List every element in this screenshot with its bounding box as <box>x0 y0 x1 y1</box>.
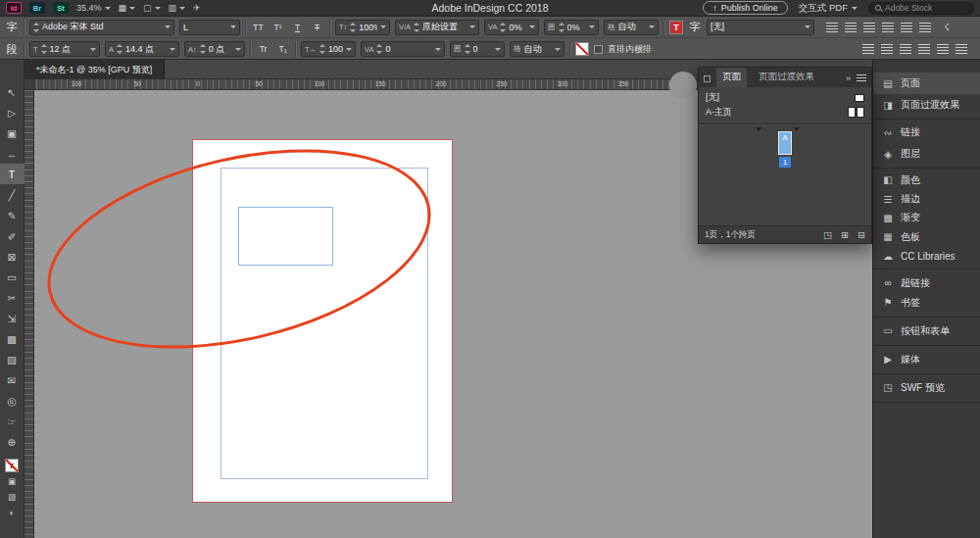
dock-item-layers[interactable]: ◈图层 <box>873 143 980 165</box>
stepper-icon[interactable] <box>200 44 206 54</box>
dock-item-links[interactable]: ∾链接 <box>873 122 980 143</box>
dock-item-buttons-forms[interactable]: ▭按钮和表单 <box>873 321 980 341</box>
indesign-app-icon[interactable]: Id <box>6 2 22 14</box>
font-style-select[interactable]: L <box>179 20 240 35</box>
align-right-icon[interactable] <box>863 23 875 32</box>
gradient-feather-tool[interactable]: ▨ <box>0 349 24 369</box>
gradient-swatch-tool[interactable]: ▩ <box>0 328 24 349</box>
stepper-icon[interactable] <box>559 23 564 32</box>
direct-selection-tool[interactable]: ▷ <box>0 102 24 122</box>
underline-button[interactable]: T <box>290 20 305 35</box>
view-options-menu[interactable]: ▦ <box>119 3 136 13</box>
subscript-button[interactable]: T₁ <box>275 41 290 57</box>
stepper-icon[interactable] <box>33 23 39 32</box>
workspace-select[interactable]: 交互式 PDF <box>799 2 858 15</box>
vertical-scale-field[interactable]: T↕ 100% <box>335 20 390 35</box>
proportional-spacing-field[interactable]: 囲 0% <box>544 20 599 35</box>
character-color-swatch[interactable]: T <box>669 21 683 34</box>
dock-item-swf-preview[interactable]: ◳SWF 预览 <box>873 378 980 398</box>
tab-page-transitions[interactable]: 页面过渡效果 <box>753 68 820 87</box>
type-tool[interactable]: T <box>0 164 24 184</box>
stepper-icon[interactable] <box>41 44 47 54</box>
align-center-icon[interactable] <box>845 23 857 32</box>
stepper-icon[interactable] <box>465 44 470 54</box>
dock-item-pages[interactable]: ▤页面 <box>873 73 980 94</box>
stock-search[interactable] <box>868 2 974 15</box>
rectangle-frame-tool[interactable]: ⊠ <box>0 246 24 267</box>
stepper-icon[interactable] <box>117 44 122 54</box>
hand-tool[interactable]: ☞ <box>0 411 24 431</box>
align-left-icon[interactable] <box>826 23 838 32</box>
left-indent-icon[interactable] <box>881 44 893 54</box>
rectangle-tool[interactable]: ▭ <box>0 267 24 287</box>
justify-center-icon[interactable] <box>901 23 912 32</box>
screen-mode-button[interactable]: ◐ <box>0 505 24 520</box>
space-before-icon[interactable] <box>918 44 930 54</box>
line-tool[interactable]: ╱ <box>0 184 24 205</box>
note-tool[interactable]: ✉ <box>0 369 24 390</box>
tab-pages[interactable]: 页面 <box>716 68 747 87</box>
page-1-thumbnail[interactable]: A <box>778 131 792 155</box>
stock-search-input[interactable] <box>885 3 967 13</box>
stepper-icon[interactable] <box>414 23 419 32</box>
dock-item-hyperlinks[interactable]: ∞超链接 <box>873 273 980 293</box>
stock-icon[interactable]: St <box>53 2 69 14</box>
dock-item-page-transitions[interactable]: ◨页面过渡效果 <box>873 94 980 116</box>
share-icon[interactable]: ✈ <box>193 3 201 13</box>
small-caps-button[interactable]: Tr <box>256 41 270 57</box>
zoom-tool[interactable]: ⊕ <box>0 431 24 452</box>
dock-item-swatches[interactable]: ▦色板 <box>873 227 980 246</box>
vertical-ruler[interactable] <box>24 90 34 538</box>
right-indent-icon[interactable] <box>900 44 911 54</box>
dock-item-media[interactable]: ▶媒体 <box>873 350 980 369</box>
stepper-icon[interactable] <box>319 44 325 54</box>
drop-cap-icon[interactable] <box>956 44 967 54</box>
stepper-icon[interactable] <box>500 23 506 32</box>
edit-page-size-icon[interactable]: ◳ <box>823 229 832 240</box>
formatting-affects-text-button[interactable]: ▨ <box>0 489 24 505</box>
page-1-number-badge[interactable]: 1 <box>779 157 791 168</box>
grid-amount2-field[interactable]: 格 自动 <box>510 41 564 57</box>
character-style-select[interactable]: [无] <box>707 20 814 35</box>
grid-amount-field[interactable]: 格 自动 <box>604 20 659 35</box>
panel-menu-icon[interactable] <box>857 74 866 82</box>
ruler-origin-corner[interactable] <box>24 79 34 90</box>
delete-page-icon[interactable]: ⊟ <box>858 229 865 240</box>
selection-tool[interactable]: ↖ <box>0 81 24 102</box>
first-line-indent-icon[interactable] <box>862 44 874 54</box>
gap-tool[interactable]: ↔ <box>0 143 24 164</box>
superscript-button[interactable]: T¹ <box>270 20 285 35</box>
gpu-performance-icon[interactable]: ☇ <box>944 22 950 32</box>
pencil-tool[interactable]: ✐ <box>0 225 24 246</box>
document-tab[interactable]: *未命名-1 @ 35% [GPU 预览] <box>24 60 165 79</box>
pages-panel-header[interactable]: 页面 页面过渡效果 » <box>699 68 871 87</box>
kerning-field[interactable]: V/A 原始设置 <box>395 20 479 35</box>
dock-item-cc-libraries[interactable]: ☁CC Libraries <box>873 247 980 266</box>
fill-stroke-swatch[interactable]: T <box>5 459 20 473</box>
dock-item-bookmarks[interactable]: ⚑书签 <box>873 293 980 313</box>
strikethrough-button[interactable]: T <box>310 20 324 35</box>
empty-graphic-frame[interactable] <box>238 207 333 266</box>
pages-list[interactable]: A 1 <box>699 124 871 207</box>
arrange-documents-menu[interactable]: ▥ <box>169 3 186 13</box>
scissors-tool[interactable]: ✂ <box>0 287 24 308</box>
stepper-icon[interactable] <box>376 44 382 54</box>
dock-item-gradient[interactable]: ▩渐变 <box>873 209 980 227</box>
character-spacing-field[interactable]: VA 0 <box>361 41 445 57</box>
master-a-row[interactable]: A-主页 <box>699 105 871 120</box>
formatting-affects-container-button[interactable]: ▣ <box>0 473 24 489</box>
free-transform-tool[interactable]: ⇲ <box>0 308 24 328</box>
bridge-icon[interactable]: Br <box>29 2 45 14</box>
new-page-icon[interactable]: ⊞ <box>841 229 849 240</box>
character-formatting-icon[interactable]: 字 <box>5 20 19 34</box>
page[interactable] <box>192 139 453 503</box>
leading-field[interactable]: A 14.4 点 <box>105 41 179 57</box>
stepper-icon[interactable] <box>350 23 356 32</box>
justify-full-icon[interactable] <box>919 23 931 32</box>
collapse-panel-icon[interactable]: » <box>846 73 851 83</box>
baseline-shift-field[interactable]: A↕ 0 点 <box>184 41 245 57</box>
font-family-select[interactable]: Adobe 宋体 Std <box>29 20 174 35</box>
horizontal-scale-field[interactable]: T↔ 100% <box>301 41 356 57</box>
publish-online-button[interactable]: ↑ Publish Online <box>703 1 788 15</box>
vertical-in-horizontal-checkbox[interactable] <box>594 45 603 54</box>
